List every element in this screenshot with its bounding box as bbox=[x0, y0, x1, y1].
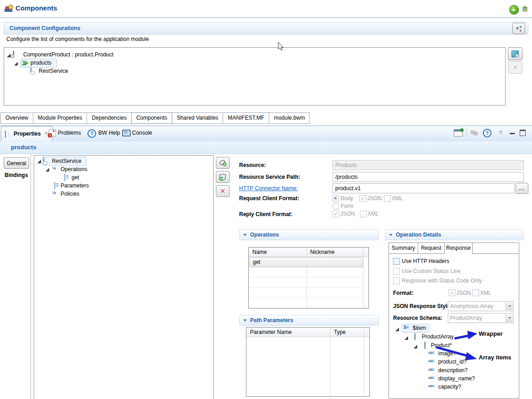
resource-service-path-field[interactable]: /products bbox=[332, 172, 524, 182]
string-icon: ABC bbox=[428, 384, 435, 388]
reply-client-format-label: Reply Client Format: bbox=[239, 211, 292, 217]
sort-z-glyph: z bbox=[520, 29, 522, 32]
tree-item-parameters[interactable]: Parameters bbox=[61, 182, 89, 189]
run-icon[interactable]: ▶ bbox=[509, 5, 519, 15]
resource-schema-value: ProductArray bbox=[450, 315, 482, 321]
json-response-style-value: Anonymous Array bbox=[450, 303, 493, 309]
tab-properties-view[interactable]: Properties ✕ bbox=[1, 126, 53, 141]
operations-section-header[interactable]: Operations bbox=[239, 229, 379, 240]
schema-field-display-name[interactable]: display_name? bbox=[438, 375, 475, 382]
od-tab-summary[interactable]: Summary bbox=[389, 243, 418, 253]
tab-shared-variables[interactable]: Shared Variables bbox=[172, 112, 223, 124]
component-configurations-section: Component Configurations a z bbox=[4, 22, 528, 35]
twistie-icon[interactable] bbox=[404, 336, 408, 340]
remove-component-button: ✕ bbox=[508, 61, 522, 74]
annotation-wrapper: Wrapper bbox=[479, 330, 503, 337]
column-divider bbox=[307, 247, 307, 308]
path-parameters-table: Parameter Name Type bbox=[246, 327, 370, 397]
http-connector-name-link[interactable]: HTTP Connector Name: bbox=[239, 185, 298, 192]
sort-button[interactable]: a z bbox=[512, 23, 525, 34]
cell-get[interactable]: get bbox=[253, 259, 261, 265]
json-response-style-label: JSON Response Style: bbox=[393, 303, 452, 309]
properties-title-bar: products bbox=[0, 141, 532, 154]
tree-item-restservice-label[interactable]: RestService bbox=[52, 158, 82, 164]
delete-operation-button[interactable]: ✕ bbox=[216, 185, 230, 197]
http-connector-name-field[interactable]: product.v1 bbox=[332, 183, 515, 193]
tree-item-get[interactable]: get bbox=[72, 174, 79, 181]
element-icon bbox=[425, 342, 425, 349]
operation-details-tab-strip: Summary Request Response bbox=[389, 242, 519, 254]
view-menu-icon[interactable]: ▽ bbox=[499, 130, 502, 135]
mouse-cursor bbox=[278, 42, 284, 51]
twistie-icon[interactable] bbox=[395, 328, 399, 331]
section-description: Configure the list of components for the… bbox=[6, 36, 149, 42]
tree-item-products-label[interactable]: products bbox=[31, 60, 51, 66]
components-icon bbox=[5, 5, 13, 12]
col-parameter-name[interactable]: Parameter Name bbox=[250, 329, 292, 335]
tree-item-operations[interactable]: Operations bbox=[61, 166, 87, 172]
parameters-icon bbox=[54, 182, 55, 189]
minimize-icon[interactable] bbox=[510, 133, 515, 134]
pin-editor-icon[interactable] bbox=[454, 129, 463, 136]
od-tab-response[interactable]: Response bbox=[445, 243, 473, 254]
section-title: Component Configurations bbox=[10, 25, 80, 31]
add-resource-button[interactable] bbox=[216, 157, 230, 169]
tab-manifest[interactable]: MANIFEST.MF bbox=[223, 112, 269, 124]
twistie-icon[interactable] bbox=[37, 160, 41, 163]
policies-icon: ᴵA bbox=[52, 191, 56, 195]
tab-module-bwm[interactable]: module.bwm bbox=[269, 112, 310, 124]
schema-field-capacity[interactable]: capacity? bbox=[438, 384, 461, 390]
schema-field-description[interactable]: description? bbox=[438, 367, 468, 374]
rest-service-icon bbox=[43, 157, 44, 164]
tab-console-view[interactable]: Console bbox=[132, 130, 152, 136]
schema-wrapper-label[interactable]: ProductArray bbox=[422, 333, 454, 340]
schema-field-product-id[interactable]: product_id? bbox=[438, 359, 467, 365]
od-tab-request[interactable]: Request bbox=[418, 243, 445, 253]
response-status-code-only-checkbox bbox=[393, 278, 400, 284]
tab-components[interactable]: Components bbox=[131, 112, 172, 124]
operations-section-title: Operations bbox=[250, 232, 279, 238]
debug-icon[interactable] bbox=[521, 5, 529, 13]
twistie-icon[interactable] bbox=[14, 62, 18, 66]
operations-table: Name Nickname get bbox=[248, 247, 369, 308]
table-row-divider bbox=[249, 277, 363, 278]
tree-item-restservice[interactable]: RestService bbox=[39, 68, 68, 74]
maximize-icon[interactable] bbox=[520, 130, 526, 136]
add-policy-button[interactable] bbox=[216, 171, 230, 183]
side-tab-general-label: General bbox=[7, 160, 26, 167]
tab-bw-help-view[interactable]: BW Help bbox=[98, 130, 120, 136]
component-icon bbox=[512, 51, 519, 57]
request-json-checkbox bbox=[359, 195, 366, 202]
operations-table-header: Name Nickname bbox=[249, 247, 368, 257]
use-http-headers-checkbox[interactable] bbox=[393, 258, 400, 265]
col-name[interactable]: Name bbox=[252, 249, 267, 255]
tree-item-policies[interactable]: Policies bbox=[61, 191, 79, 197]
operation-details-section-header[interactable]: Operation Details bbox=[385, 229, 524, 240]
twistie-icon[interactable] bbox=[7, 54, 10, 57]
path-parameters-section-header[interactable]: Path Parameters bbox=[239, 315, 379, 326]
string-icon: ABC bbox=[428, 359, 435, 363]
tab-problems-view[interactable]: Problems bbox=[58, 130, 81, 136]
col-nickname[interactable]: Nickname bbox=[310, 249, 334, 255]
twistie-icon[interactable] bbox=[46, 168, 49, 172]
operations-row-get[interactable]: get bbox=[249, 257, 363, 267]
schema-field-image[interactable]: image? bbox=[438, 350, 456, 357]
column-divider bbox=[363, 247, 363, 308]
col-type[interactable]: Type bbox=[334, 329, 346, 335]
resource-service-path-label: Resource Service Path: bbox=[239, 174, 300, 180]
view-help-icon[interactable]: ? bbox=[483, 129, 491, 137]
tab-dependencies[interactable]: Dependencies bbox=[87, 112, 132, 124]
schema-array-label[interactable]: Product* bbox=[431, 342, 452, 348]
twistie-icon[interactable] bbox=[414, 345, 417, 348]
side-tab-general[interactable]: General bbox=[4, 157, 29, 169]
schema-item-label[interactable]: $item bbox=[413, 325, 426, 331]
toolbar-divider bbox=[466, 128, 467, 136]
tab-module-properties[interactable]: Module Properties bbox=[33, 112, 87, 124]
tab-overview[interactable]: Overview bbox=[0, 112, 33, 124]
form-radio bbox=[332, 203, 339, 210]
browse-button[interactable]: ... bbox=[516, 183, 528, 194]
request-json-label: JSON bbox=[367, 195, 382, 202]
tree-item-component[interactable]: ComponentProduct : product.Product bbox=[23, 51, 113, 58]
add-component-button[interactable] bbox=[508, 47, 522, 60]
side-tab-bindings[interactable]: Bindings bbox=[5, 172, 29, 178]
